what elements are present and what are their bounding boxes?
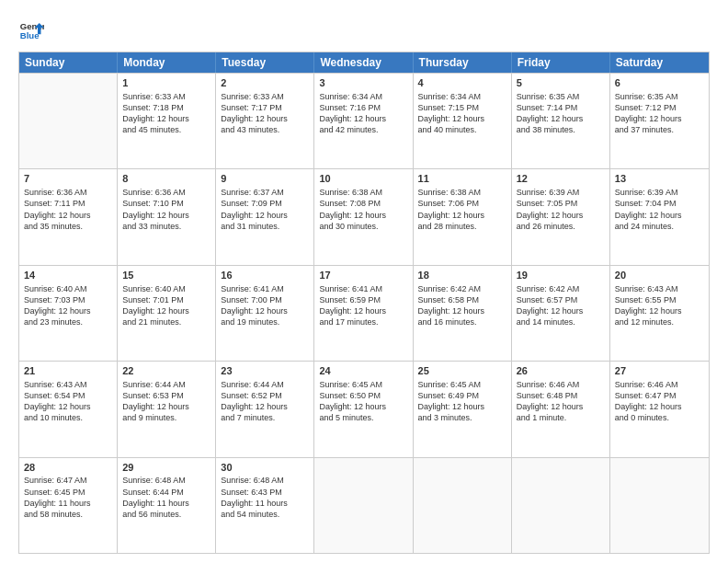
calendar-day-18: 18Sunrise: 6:42 AM Sunset: 6:58 PM Dayli… [414,266,512,361]
day-info: Sunrise: 6:33 AM Sunset: 7:18 PM Dayligh… [122,91,210,136]
calendar-day-13: 13Sunrise: 6:39 AM Sunset: 7:04 PM Dayli… [610,169,709,264]
calendar-row: 14Sunrise: 6:40 AM Sunset: 7:03 PM Dayli… [19,265,709,361]
calendar: SundayMondayTuesdayWednesdayThursdayFrid… [18,52,710,554]
calendar-day-14: 14Sunrise: 6:40 AM Sunset: 7:03 PM Dayli… [19,266,118,361]
calendar-row: 7Sunrise: 6:36 AM Sunset: 7:11 PM Daylig… [19,168,709,264]
calendar-day-2: 2Sunrise: 6:33 AM Sunset: 7:17 PM Daylig… [216,74,314,168]
calendar-day-1: 1Sunrise: 6:33 AM Sunset: 7:18 PM Daylig… [118,74,216,168]
day-info: Sunrise: 6:36 AM Sunset: 7:11 PM Dayligh… [24,187,112,232]
day-number: 6 [615,76,704,90]
calendar-empty-cell [414,458,512,553]
day-number: 23 [221,364,309,378]
day-info: Sunrise: 6:45 AM Sunset: 6:50 PM Dayligh… [319,379,407,424]
calendar-day-27: 27Sunrise: 6:46 AM Sunset: 6:47 PM Dayli… [610,362,709,456]
day-info: Sunrise: 6:40 AM Sunset: 7:03 PM Dayligh… [24,283,112,328]
calendar-row: 1Sunrise: 6:33 AM Sunset: 7:18 PM Daylig… [19,73,709,168]
calendar-day-7: 7Sunrise: 6:36 AM Sunset: 7:11 PM Daylig… [19,169,118,264]
calendar-day-21: 21Sunrise: 6:43 AM Sunset: 6:54 PM Dayli… [19,362,118,456]
day-info: Sunrise: 6:43 AM Sunset: 6:55 PM Dayligh… [615,283,704,328]
day-number: 17 [319,269,407,282]
calendar-day-20: 20Sunrise: 6:43 AM Sunset: 6:55 PM Dayli… [610,266,709,361]
day-info: Sunrise: 6:39 AM Sunset: 7:05 PM Dayligh… [517,187,605,232]
weekday-header: Saturday [610,52,709,73]
calendar-day-10: 10Sunrise: 6:38 AM Sunset: 7:08 PM Dayli… [314,169,413,264]
weekday-header: Monday [118,52,216,73]
day-number: 20 [615,269,704,282]
calendar-header: SundayMondayTuesdayWednesdayThursdayFrid… [19,52,709,73]
calendar-empty-cell [19,74,118,168]
calendar-day-17: 17Sunrise: 6:41 AM Sunset: 6:59 PM Dayli… [314,266,413,361]
weekday-header: Friday [512,52,610,73]
calendar-day-19: 19Sunrise: 6:42 AM Sunset: 6:57 PM Dayli… [512,266,610,361]
day-info: Sunrise: 6:37 AM Sunset: 7:09 PM Dayligh… [221,187,309,232]
day-number: 18 [418,269,506,282]
day-info: Sunrise: 6:43 AM Sunset: 6:54 PM Dayligh… [24,379,112,424]
day-info: Sunrise: 6:48 AM Sunset: 6:44 PM Dayligh… [122,475,210,520]
calendar-day-3: 3Sunrise: 6:34 AM Sunset: 7:16 PM Daylig… [314,74,413,168]
day-info: Sunrise: 6:46 AM Sunset: 6:48 PM Dayligh… [517,379,605,424]
weekday-header: Thursday [414,52,512,73]
weekday-header: Wednesday [314,52,413,73]
calendar-day-30: 30Sunrise: 6:48 AM Sunset: 6:43 PM Dayli… [216,458,314,553]
calendar-day-24: 24Sunrise: 6:45 AM Sunset: 6:50 PM Dayli… [314,362,413,456]
calendar-day-11: 11Sunrise: 6:38 AM Sunset: 7:06 PM Dayli… [414,169,512,264]
day-info: Sunrise: 6:40 AM Sunset: 7:01 PM Dayligh… [122,283,210,328]
day-number: 10 [319,172,407,186]
calendar-day-25: 25Sunrise: 6:45 AM Sunset: 6:49 PM Dayli… [414,362,512,456]
day-number: 25 [418,364,506,378]
calendar-body: 1Sunrise: 6:33 AM Sunset: 7:18 PM Daylig… [19,73,709,553]
day-number: 26 [517,364,605,378]
day-info: Sunrise: 6:38 AM Sunset: 7:08 PM Dayligh… [319,187,407,232]
calendar-day-4: 4Sunrise: 6:34 AM Sunset: 7:15 PM Daylig… [414,74,512,168]
day-number: 13 [615,172,704,186]
calendar-day-26: 26Sunrise: 6:46 AM Sunset: 6:48 PM Dayli… [512,362,610,456]
svg-text:Blue: Blue [20,30,40,40]
weekday-header: Tuesday [216,52,314,73]
day-number: 27 [615,364,704,378]
day-number: 11 [418,172,506,186]
day-number: 14 [24,269,112,282]
calendar-empty-cell [314,458,413,553]
calendar-day-12: 12Sunrise: 6:39 AM Sunset: 7:05 PM Dayli… [512,169,610,264]
day-info: Sunrise: 6:42 AM Sunset: 6:57 PM Dayligh… [517,283,605,328]
calendar-day-8: 8Sunrise: 6:36 AM Sunset: 7:10 PM Daylig… [118,169,216,264]
calendar-row: 21Sunrise: 6:43 AM Sunset: 6:54 PM Dayli… [19,361,709,456]
day-number: 7 [24,172,112,186]
day-number: 9 [221,172,309,186]
day-number: 5 [517,76,605,90]
calendar-day-28: 28Sunrise: 6:47 AM Sunset: 6:45 PM Dayli… [19,458,118,553]
calendar-empty-cell [610,458,709,553]
day-number: 2 [221,76,309,90]
day-number: 8 [122,172,210,186]
weekday-header: Sunday [19,52,118,73]
day-info: Sunrise: 6:46 AM Sunset: 6:47 PM Dayligh… [615,379,704,424]
calendar-day-23: 23Sunrise: 6:44 AM Sunset: 6:52 PM Dayli… [216,362,314,456]
day-info: Sunrise: 6:47 AM Sunset: 6:45 PM Dayligh… [24,475,112,520]
day-number: 30 [221,461,309,475]
day-number: 29 [122,461,210,475]
calendar-day-29: 29Sunrise: 6:48 AM Sunset: 6:44 PM Dayli… [118,458,216,553]
day-info: Sunrise: 6:34 AM Sunset: 7:15 PM Dayligh… [418,91,506,136]
day-number: 1 [122,76,210,90]
day-info: Sunrise: 6:42 AM Sunset: 6:58 PM Dayligh… [418,283,506,328]
calendar-day-22: 22Sunrise: 6:44 AM Sunset: 6:53 PM Dayli… [118,362,216,456]
day-number: 15 [122,269,210,282]
day-info: Sunrise: 6:35 AM Sunset: 7:14 PM Dayligh… [517,91,605,136]
calendar-day-9: 9Sunrise: 6:37 AM Sunset: 7:09 PM Daylig… [216,169,314,264]
logo: General Blue [18,17,44,42]
calendar-day-5: 5Sunrise: 6:35 AM Sunset: 7:14 PM Daylig… [512,74,610,168]
day-number: 21 [24,364,112,378]
day-number: 12 [517,172,605,186]
day-info: Sunrise: 6:41 AM Sunset: 7:00 PM Dayligh… [221,283,309,328]
day-info: Sunrise: 6:44 AM Sunset: 6:53 PM Dayligh… [122,379,210,424]
day-info: Sunrise: 6:35 AM Sunset: 7:12 PM Dayligh… [615,91,704,136]
calendar-empty-cell [512,458,610,553]
day-number: 19 [517,269,605,282]
calendar-day-15: 15Sunrise: 6:40 AM Sunset: 7:01 PM Dayli… [118,266,216,361]
day-info: Sunrise: 6:48 AM Sunset: 6:43 PM Dayligh… [221,475,309,520]
logo-icon: General Blue [18,17,44,42]
day-info: Sunrise: 6:44 AM Sunset: 6:52 PM Dayligh… [221,379,309,424]
day-number: 22 [122,364,210,378]
day-number: 16 [221,269,309,282]
day-info: Sunrise: 6:45 AM Sunset: 6:49 PM Dayligh… [418,379,506,424]
